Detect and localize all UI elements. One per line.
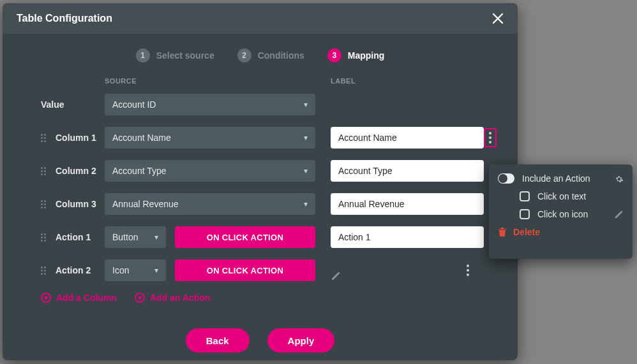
- select-value: Icon: [112, 265, 129, 275]
- drag-handle-icon[interactable]: [41, 200, 49, 208]
- action-label-input[interactable]: [331, 226, 484, 248]
- row-label: Column 1: [41, 133, 105, 143]
- apply-button[interactable]: Apply: [267, 328, 335, 353]
- column-source-select[interactable]: Annual Revenue ▾: [105, 193, 315, 215]
- drag-handle-icon[interactable]: [41, 134, 49, 142]
- back-button[interactable]: Back: [186, 328, 250, 353]
- row-label: Action 2: [41, 265, 105, 275]
- step-badge: 1: [136, 48, 150, 62]
- action-type-select[interactable]: Button ▾: [105, 226, 166, 248]
- drag-handle-icon[interactable]: [41, 167, 49, 175]
- click-on-icon-checkbox[interactable]: [520, 209, 530, 219]
- step-badge: 3: [327, 48, 341, 62]
- modal-footer: Back Apply: [41, 328, 479, 353]
- modal-title: Table Configuration: [17, 13, 112, 24]
- column-label-input[interactable]: [331, 160, 484, 182]
- row-menu-icon[interactable]: [484, 128, 497, 147]
- row-menu-icon[interactable]: [461, 261, 474, 280]
- row-label: Column 3: [41, 199, 105, 209]
- modal-header: Table Configuration: [3, 3, 518, 34]
- select-value: Account Type: [112, 166, 167, 176]
- header-label: LABEL: [331, 77, 479, 85]
- click-on-text-checkbox[interactable]: [520, 191, 530, 201]
- row-options-popover: Include an Action Click on text Click on…: [489, 164, 633, 259]
- add-links: Add a Column Add an Action: [41, 293, 479, 303]
- stepper: 1 Select source 2 Conditions 3 Mapping: [3, 34, 518, 77]
- delete-button[interactable]: Delete: [498, 227, 624, 237]
- plus-circle-icon: [41, 293, 51, 303]
- table-configuration-modal: Table Configuration 1 Select source 2 Co…: [3, 3, 518, 360]
- chevron-down-icon: ▾: [304, 200, 308, 208]
- mapping-body: SOURCE LABEL Value Account ID ▾ Column 1…: [3, 77, 518, 353]
- click-on-icon-row: Click on icon: [498, 209, 624, 219]
- toggle-label: Include an Action: [522, 173, 590, 184]
- chevron-down-icon: ▾: [304, 133, 308, 142]
- column-label-input[interactable]: [331, 193, 484, 215]
- include-action-row: Include an Action: [498, 173, 624, 184]
- step-select-source[interactable]: 1 Select source: [136, 48, 214, 62]
- include-action-toggle[interactable]: [498, 173, 514, 184]
- select-value: Annual Revenue: [112, 199, 179, 209]
- plus-circle-icon: [135, 293, 145, 303]
- header-source: SOURCE: [105, 77, 315, 85]
- select-value: Account Name: [112, 133, 171, 143]
- drag-handle-icon[interactable]: [41, 233, 49, 242]
- select-value: Account ID: [112, 99, 156, 110]
- click-on-text-row: Click on text: [498, 191, 624, 201]
- row-label-value: Value: [41, 99, 105, 110]
- chevron-down-icon: ▾: [304, 166, 308, 175]
- drag-handle-icon[interactable]: [41, 266, 49, 275]
- add-action-button[interactable]: Add an Action: [135, 293, 210, 303]
- step-label: Select source: [156, 50, 214, 61]
- action-row: Action 2 Icon ▾ ON CLICK ACTION: [41, 259, 479, 281]
- action-type-select[interactable]: Icon ▾: [105, 259, 166, 281]
- add-column-button[interactable]: Add a Column: [41, 293, 117, 303]
- column-source-select[interactable]: Account Type ▾: [105, 160, 315, 182]
- row-label: Column 2: [41, 166, 105, 176]
- column-row: Column 1 Account Name ▾: [41, 127, 479, 149]
- on-click-action-button[interactable]: ON CLICK ACTION: [175, 226, 315, 248]
- step-badge: 2: [237, 48, 251, 62]
- column-headers: SOURCE LABEL: [41, 77, 479, 85]
- step-conditions[interactable]: 2 Conditions: [237, 48, 304, 62]
- close-icon[interactable]: [492, 13, 507, 24]
- column-source-select[interactable]: Account Name ▾: [105, 127, 315, 149]
- chevron-down-icon: ▾: [154, 233, 158, 242]
- column-row: Column 2 Account Type ▾: [41, 160, 479, 182]
- step-label: Conditions: [258, 50, 304, 61]
- chevron-down-icon: ▾: [304, 100, 308, 109]
- column-row: Column 3 Annual Revenue ▾: [41, 193, 479, 215]
- column-label-input[interactable]: [331, 127, 484, 149]
- pencil-icon[interactable]: [331, 271, 461, 281]
- pencil-icon[interactable]: [614, 210, 624, 219]
- chevron-down-icon: ▾: [154, 266, 158, 275]
- gear-icon[interactable]: [615, 175, 624, 184]
- trash-icon: [498, 227, 507, 237]
- step-label: Mapping: [348, 50, 385, 61]
- value-source-select[interactable]: Account ID ▾: [105, 94, 315, 115]
- action-row: Action 1 Button ▾ ON CLICK ACTION: [41, 226, 479, 248]
- checkbox-label: Click on icon: [537, 209, 588, 219]
- row-label: Action 1: [41, 232, 105, 242]
- step-mapping[interactable]: 3 Mapping: [327, 48, 385, 62]
- select-value: Button: [112, 232, 138, 242]
- value-row: Value Account ID ▾: [41, 94, 479, 115]
- on-click-action-button[interactable]: ON CLICK ACTION: [175, 259, 315, 281]
- checkbox-label: Click on text: [537, 191, 586, 201]
